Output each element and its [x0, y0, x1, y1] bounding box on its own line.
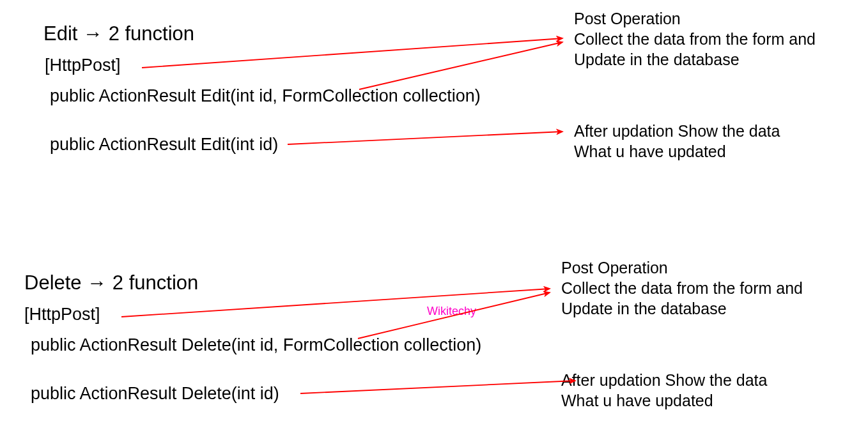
arrow-edit-httppost-to-postnote: [142, 38, 562, 68]
arrow-edit-postsig-to-postnote: [359, 42, 562, 89]
edit-post-note-line1: Post Operation: [574, 9, 681, 29]
edit-post-note-line3: Update in the database: [574, 50, 740, 70]
edit-title-suffix: 2 function: [103, 22, 194, 45]
edit-get-note-line2: What u have updated: [574, 142, 726, 162]
arrow-right-icon: →: [83, 22, 103, 45]
delete-post-note-line2: Collect the data from the form and: [561, 278, 803, 298]
edit-title: Edit → 2 function: [43, 22, 194, 47]
delete-title-prefix: Delete: [24, 271, 87, 294]
edit-get-signature: public ActionResult Edit(int id): [50, 134, 278, 156]
arrow-edit-getsig-to-getnote: [288, 132, 562, 144]
delete-get-note-line1: After updation Show the data: [561, 370, 767, 390]
edit-get-note-line1: After updation Show the data: [574, 121, 780, 141]
arrow-right-icon: →: [87, 271, 107, 294]
edit-httppost-attr: [HttpPost]: [45, 55, 121, 77]
delete-post-note-line1: Post Operation: [561, 258, 668, 278]
delete-title-suffix: 2 function: [107, 271, 198, 294]
edit-post-note-line2: Collect the data from the form and: [574, 29, 816, 49]
watermark-text: Wikitechy: [427, 304, 476, 319]
delete-post-signature: public ActionResult Delete(int id, FormC…: [31, 335, 481, 356]
delete-httppost-attr: [HttpPost]: [24, 304, 100, 326]
delete-get-signature: public ActionResult Delete(int id): [31, 383, 279, 405]
delete-title: Delete → 2 function: [24, 271, 198, 296]
arrow-delete-getsig-to-getnote: [300, 381, 575, 393]
edit-post-signature: public ActionResult Edit(int id, FormCol…: [50, 86, 481, 107]
delete-get-note-line2: What u have updated: [561, 391, 713, 411]
delete-post-note-line3: Update in the database: [561, 299, 727, 319]
edit-title-prefix: Edit: [43, 22, 83, 45]
